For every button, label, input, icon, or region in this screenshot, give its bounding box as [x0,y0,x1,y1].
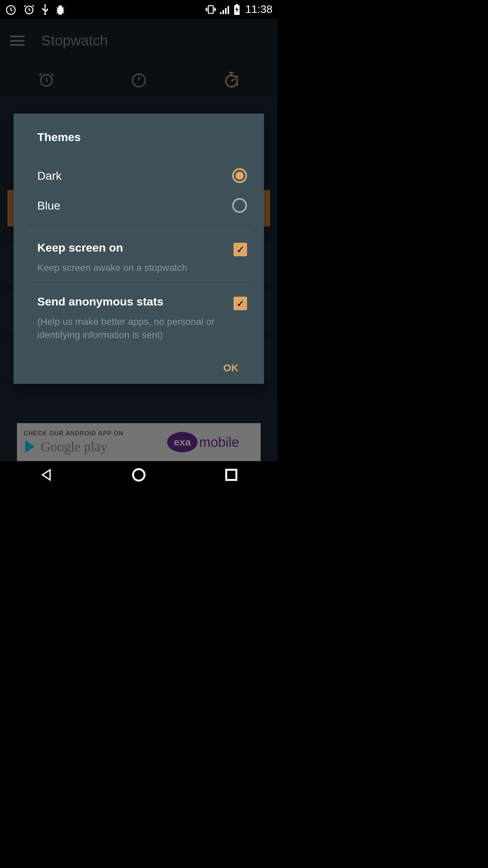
keep-screen-subtitle: Keep screen awake on a stopwatch [37,261,233,274]
radio-checked-icon [232,168,247,183]
radio-unchecked-icon [232,198,247,213]
divider [27,284,250,285]
theme-dark-label: Dark [37,169,62,182]
theme-blue-label: Blue [37,199,60,212]
keep-screen-setting[interactable]: Keep screen on Keep screen awake on a st… [27,241,250,274]
send-stats-checkbox[interactable]: ✓ [233,297,247,310]
svg-rect-2 [208,5,213,13]
themes-title: Themes [27,131,250,144]
send-stats-title: Send anonymous stats [37,295,233,308]
ok-button[interactable]: OK [223,362,239,374]
send-stats-subtitle: (Help us make better apps, no personal o… [37,315,233,341]
nav-recent-icon[interactable] [224,467,239,482]
status-left [5,4,65,15]
settings-dialog: Themes Dark Blue Keep screen on Keep scr… [14,114,264,384]
alarm-icon [23,4,35,15]
keep-screen-title: Keep screen on [37,241,233,254]
usb-icon [42,4,48,15]
nav-back-icon[interactable] [39,467,54,482]
status-bar: 11:38 [0,0,278,19]
dialog-footer: OK [27,362,250,374]
theme-blue-option[interactable]: Blue [27,191,250,220]
debug-icon [55,4,65,15]
send-stats-setting[interactable]: Send anonymous stats (Help us make bette… [27,295,250,341]
svg-rect-4 [222,10,224,14]
checkmark-icon: ✓ [237,298,244,309]
status-right: 11:38 [205,3,272,16]
nav-home-icon[interactable] [131,467,146,482]
nav-bar [0,461,278,488]
battery-icon [233,4,240,15]
app-background: Stopwatch CHECK OUR ANDROID APP ON Googl… [0,19,278,461]
vibrate-icon [205,4,217,15]
theme-dark-option[interactable]: Dark [27,161,250,191]
svg-rect-13 [226,470,237,480]
checkmark-icon: ✓ [237,244,244,255]
svg-rect-8 [236,4,238,6]
svg-rect-5 [225,8,227,14]
status-time: 11:38 [245,3,272,16]
keep-screen-checkbox[interactable]: ✓ [233,243,247,256]
svg-rect-6 [227,6,229,14]
signal-icon [220,5,230,14]
divider [27,231,250,231]
svg-point-12 [133,469,145,480]
timer-icon [5,4,17,15]
svg-rect-3 [220,12,222,14]
